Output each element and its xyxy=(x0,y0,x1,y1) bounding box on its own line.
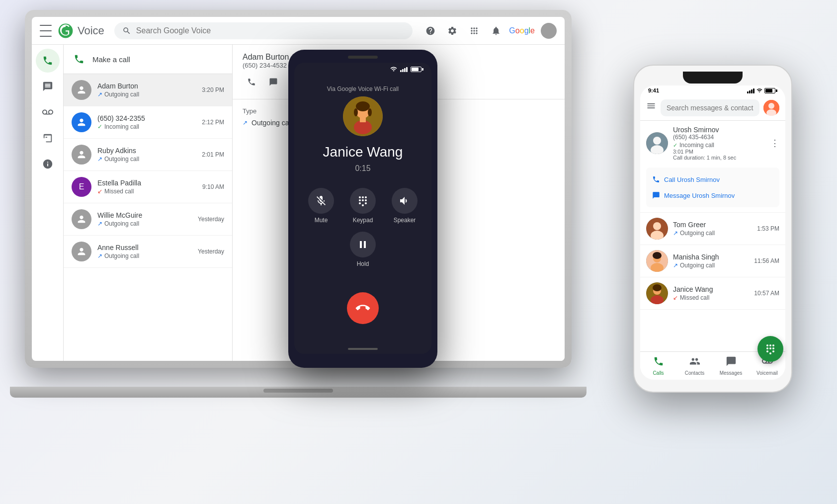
speaker-button[interactable]: Speaker xyxy=(388,188,421,224)
janice-name: Janice Wang xyxy=(673,285,749,293)
tom-name: Tom Greer xyxy=(673,221,752,229)
iphone-search-input[interactable] xyxy=(661,99,759,116)
urosh-duration: Call duration: 1 min, 8 sec xyxy=(673,155,765,161)
gv-logo-icon xyxy=(58,23,74,39)
call-item-unknown[interactable]: (650) 324-2355 ✓ Incoming call 2:12 PM xyxy=(64,106,232,139)
messages-nav-label: Messages xyxy=(720,370,743,376)
signal-icon xyxy=(400,66,408,72)
detail-call-button[interactable] xyxy=(243,73,260,91)
urosh-main-row: Urosh Smirnov (650) 435-4634 ✓ Incoming … xyxy=(646,126,779,161)
urosh-info: Urosh Smirnov (650) 435-4634 ✓ Incoming … xyxy=(673,126,765,161)
call-name-ruby: Ruby Adkins xyxy=(97,147,196,155)
outgoing-icon-anne: ↗ xyxy=(97,252,102,259)
contacts-nav-icon xyxy=(689,356,700,369)
sidebar-calls[interactable] xyxy=(36,49,60,73)
laptop-base xyxy=(10,387,586,398)
call-timer: 0:15 xyxy=(355,164,370,173)
message-urosh-button[interactable]: Message Urosh Smirnov xyxy=(652,187,773,203)
iphone-nav-calls[interactable]: Calls xyxy=(644,356,673,376)
call-item-adam[interactable]: Adam Burton ↗ Outgoing call 3:20 PM xyxy=(64,74,232,106)
call-detail-willie: ↗ Outgoing call xyxy=(97,220,192,227)
mute-icon xyxy=(308,188,334,214)
end-call-button[interactable] xyxy=(347,292,379,324)
call-urosh-button[interactable]: Call Urosh Smirnov xyxy=(652,171,773,187)
call-avatar-estella: E xyxy=(72,177,91,197)
call-time-adam: 3:20 PM xyxy=(202,86,224,93)
call-item-willie[interactable]: Willie McGuire ↗ Outgoing call Yesterday xyxy=(64,203,232,236)
iphone-search-bar xyxy=(640,95,785,121)
detail-outgoing-icon: ↗ xyxy=(243,119,248,126)
iphone-time: 9:41 xyxy=(648,87,659,93)
iphone-contact-tom[interactable]: Tom Greer ↗ Outgoing call 1:53 PM xyxy=(640,213,785,245)
iphone-contact-janice[interactable]: Janice Wang ↙ Missed call 10:57 AM xyxy=(640,277,785,310)
iphone-screen: 9:41 xyxy=(640,85,785,380)
urosh-more-button[interactable]: ⋮ xyxy=(770,138,779,149)
keypad-icon xyxy=(350,188,376,214)
manisha-name: Manisha Singh xyxy=(673,253,749,261)
manisha-call-detail: ↗ Outgoing call xyxy=(673,262,749,269)
call-time-ruby: 2:01 PM xyxy=(202,151,224,158)
tom-outgoing-icon: ↗ xyxy=(673,230,678,237)
urosh-name: Urosh Smirnov xyxy=(673,126,765,134)
iphone-contact-manisha[interactable]: Manisha Singh ↗ Outgoing call 11:56 AM xyxy=(640,245,785,277)
keypad-button[interactable]: Keypad xyxy=(346,188,380,224)
iphone-nav-contacts[interactable]: Contacts xyxy=(680,356,710,376)
svg-point-3 xyxy=(356,101,370,111)
settings-button[interactable] xyxy=(443,22,461,40)
calls-nav-label: Calls xyxy=(653,370,664,376)
svg-point-23 xyxy=(653,284,662,291)
tom-time: 1:53 PM xyxy=(757,225,779,232)
gv-logo: Voice xyxy=(58,23,104,39)
call-item-anne[interactable]: Anne Russell ↗ Outgoing call Yesterday xyxy=(64,236,232,268)
hamburger-button[interactable] xyxy=(40,25,52,37)
mute-button[interactable]: Mute xyxy=(304,188,338,224)
sidebar-info[interactable] xyxy=(36,152,60,176)
gv-search-bar[interactable] xyxy=(114,22,413,39)
manisha-avatar xyxy=(646,250,668,272)
help-button[interactable] xyxy=(421,22,439,40)
apps-button[interactable] xyxy=(465,22,483,40)
call-item-ruby[interactable]: Ruby Adkins ↗ Outgoing call 2:01 PM xyxy=(64,139,232,171)
call-detail-estella: ↙ Missed call xyxy=(97,188,196,195)
message-urosh-label: Message Urosh Smirnov xyxy=(664,192,735,199)
android-home-bar xyxy=(294,344,431,354)
make-call-button[interactable]: Make a call xyxy=(64,45,232,74)
detail-message-button[interactable] xyxy=(264,73,282,91)
iphone-nav-messages[interactable]: Messages xyxy=(716,356,746,376)
iphone-contact-list: Urosh Smirnov (650) 435-4634 ✓ Incoming … xyxy=(640,121,785,351)
android-phone: Via Google Voice Wi-Fi call xyxy=(288,50,437,368)
janice-time: 10:57 AM xyxy=(754,290,779,297)
call-list-panel: Make a call Adam Burton xyxy=(64,45,233,361)
android-screen: Via Google Voice Wi-Fi call xyxy=(294,63,431,354)
iphone-contact-urosh[interactable]: Urosh Smirnov (650) 435-4634 ✓ Incoming … xyxy=(640,121,785,213)
notifications-button[interactable] xyxy=(487,22,505,40)
call-info-unknown: (650) 324-2355 ✓ Incoming call xyxy=(97,114,196,130)
messages-nav-icon xyxy=(726,356,737,369)
iphone-status-bar: 9:41 xyxy=(640,85,785,95)
iphone-fab-button[interactable] xyxy=(757,336,783,362)
iphone-user-avatar[interactable] xyxy=(763,100,779,116)
janice-missed-icon: ↙ xyxy=(673,294,678,301)
urosh-avatar xyxy=(646,132,668,154)
search-input[interactable] xyxy=(136,26,405,35)
sidebar-archive[interactable] xyxy=(36,126,60,150)
speaker-icon xyxy=(392,188,418,214)
manisha-outgoing-icon: ↗ xyxy=(673,262,678,269)
sidebar-messages[interactable] xyxy=(36,75,60,98)
user-avatar[interactable] xyxy=(541,23,557,39)
call-item-estella[interactable]: E Estella Padilla ↙ Missed call 9:10 xyxy=(64,171,232,203)
call-detail-ruby: ↗ Outgoing call xyxy=(97,156,196,163)
janice-call-detail: ↙ Missed call xyxy=(673,294,749,301)
gv-title: Voice xyxy=(78,24,104,37)
hold-button[interactable]: Hold xyxy=(350,232,376,267)
svg-point-15 xyxy=(653,222,661,230)
hamburger-icon[interactable] xyxy=(646,101,657,115)
sidebar-voicemail[interactable] xyxy=(36,100,60,124)
call-controls: Mute Keypad xyxy=(304,188,421,224)
call-avatar-willie xyxy=(72,209,91,229)
detail-call-type: Outgoing call xyxy=(251,119,292,127)
battery-icon xyxy=(411,67,423,72)
call-detail-unknown: ✓ Incoming call xyxy=(97,123,196,130)
voicemail-nav-label: Voicemail xyxy=(756,370,778,376)
svg-rect-7 xyxy=(360,117,366,122)
